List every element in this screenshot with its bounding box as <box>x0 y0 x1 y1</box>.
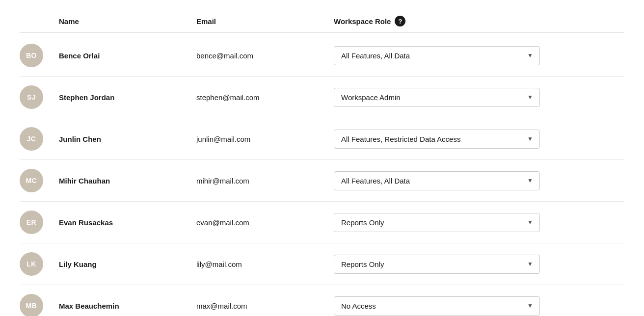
user-name: Junlin Chen <box>59 135 196 143</box>
role-select-wrapper: All Features, All DataWorkspace AdminAll… <box>334 171 540 190</box>
user-name: Lily Kuang <box>59 260 196 268</box>
avatar: LK <box>20 252 43 276</box>
users-table: Name Email Workspace Role ? BOBence Orla… <box>20 10 624 316</box>
workspace-role-help-icon[interactable]: ? <box>395 16 405 26</box>
table-body: BOBence Orlaibence@mail.comAll Features,… <box>20 35 624 316</box>
role-select[interactable]: All Features, All DataWorkspace AdminAll… <box>334 171 540 190</box>
avatar: MC <box>20 169 43 192</box>
avatar: ER <box>20 211 43 234</box>
role-select-wrapper: All Features, All DataWorkspace AdminAll… <box>334 213 540 232</box>
user-name: Stephen Jordan <box>59 93 196 102</box>
avatar: JC <box>20 127 43 151</box>
table-row: JCJunlin Chenjunlin@mail.comAll Features… <box>20 118 624 160</box>
header-avatar-spacer <box>20 16 59 26</box>
user-name: Bence Orlai <box>59 52 196 60</box>
table-row: EREvan Rusackasevan@mail.comAll Features… <box>20 202 624 243</box>
user-name: Evan Rusackas <box>59 218 196 227</box>
avatar: SJ <box>20 85 43 109</box>
table-row: MCMihir Chauhanmihir@mail.comAll Feature… <box>20 160 624 202</box>
table-row: MBMax Beaucheminmax@mail.comAll Features… <box>20 285 624 316</box>
user-email: mihir@mail.com <box>196 177 334 185</box>
role-select[interactable]: All Features, All DataWorkspace AdminAll… <box>334 296 540 316</box>
role-select[interactable]: All Features, All DataWorkspace AdminAll… <box>334 255 540 274</box>
role-select-wrapper: All Features, All DataWorkspace AdminAll… <box>334 46 540 65</box>
user-email: evan@mail.com <box>196 218 334 227</box>
user-email: bence@mail.com <box>196 52 334 60</box>
table-header: Name Email Workspace Role ? <box>20 10 624 33</box>
avatar: BO <box>20 44 43 67</box>
role-select[interactable]: All Features, All DataWorkspace AdminAll… <box>334 213 540 232</box>
role-select[interactable]: All Features, All DataWorkspace AdminAll… <box>334 88 540 107</box>
user-name: Mihir Chauhan <box>59 177 196 185</box>
header-name: Name <box>59 16 196 26</box>
role-select[interactable]: All Features, All DataWorkspace AdminAll… <box>334 46 540 65</box>
user-email: max@mail.com <box>196 302 334 310</box>
table-row: BOBence Orlaibence@mail.comAll Features,… <box>20 35 624 77</box>
user-email: lily@mail.com <box>196 260 334 268</box>
header-workspace-role: Workspace Role ? <box>334 16 624 26</box>
role-select-wrapper: All Features, All DataWorkspace AdminAll… <box>334 88 540 107</box>
avatar: MB <box>20 294 43 316</box>
table-row: LKLily Kuanglily@mail.comAll Features, A… <box>20 243 624 285</box>
table-row: SJStephen Jordanstephen@mail.comAll Feat… <box>20 77 624 118</box>
user-email: junlin@mail.com <box>196 135 334 143</box>
header-email: Email <box>196 16 334 26</box>
role-select-wrapper: All Features, All DataWorkspace AdminAll… <box>334 296 540 316</box>
role-select-wrapper: All Features, All DataWorkspace AdminAll… <box>334 255 540 274</box>
role-select-wrapper: All Features, All DataWorkspace AdminAll… <box>334 130 540 149</box>
role-select[interactable]: All Features, All DataWorkspace AdminAll… <box>334 130 540 149</box>
user-email: stephen@mail.com <box>196 93 334 102</box>
user-name: Max Beauchemin <box>59 302 196 310</box>
